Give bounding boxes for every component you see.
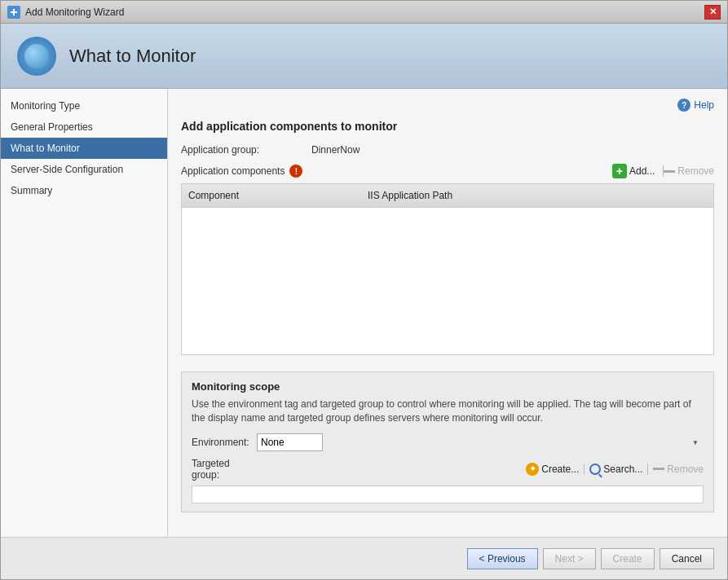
content-area: Monitoring Type General Properties What …	[1, 89, 727, 537]
env-row: Environment: None Development Staging Pr…	[192, 433, 704, 451]
cancel-button[interactable]: Cancel	[660, 548, 714, 569]
sidebar-item-general-properties[interactable]: General Properties	[1, 116, 167, 138]
app-group-row: Application group: DinnerNow	[181, 144, 714, 156]
sidebar: Monitoring Type General Properties What …	[1, 89, 168, 537]
error-icon: !	[289, 165, 302, 178]
sidebar-item-monitoring-type[interactable]: Monitoring Type	[1, 95, 167, 116]
remove-bar-icon	[664, 170, 675, 173]
title-bar-icon	[7, 6, 20, 19]
remove-components-button: Remove	[664, 165, 714, 177]
remove-targeted-button: Remove	[653, 464, 704, 475]
title-bar: Add Monitoring Wizard ✕	[1, 1, 727, 24]
add-plus-icon: +	[612, 164, 627, 178]
close-button[interactable]: ✕	[704, 5, 721, 20]
remove-bar-icon2	[653, 468, 664, 470]
header-banner: What to Monitor	[1, 24, 727, 89]
env-select-wrap: None Development Staging Production	[257, 433, 704, 451]
add-button[interactable]: + Add...	[612, 164, 655, 178]
sidebar-item-what-to-monitor[interactable]: What to Monitor	[1, 138, 167, 159]
app-components-label: Application components !	[181, 165, 612, 178]
app-group-value: DinnerNow	[311, 144, 360, 156]
targeted-value-bar	[192, 486, 704, 503]
create-icon: ✦	[526, 463, 539, 476]
help-link[interactable]: ? Help	[181, 99, 714, 112]
help-label: Help	[694, 99, 714, 111]
table-header: Component IIS Application Path	[182, 184, 713, 208]
search-icon	[589, 464, 601, 475]
separator3	[647, 464, 648, 475]
app-components-row: Application components ! + Add... Remove	[181, 164, 714, 178]
scope-description: Use the environment tag and targeted gro…	[192, 398, 704, 425]
section-title: Add application components to monitor	[181, 120, 714, 133]
svg-rect-2	[13, 9, 15, 15]
title-bar-text: Add Monitoring Wizard	[25, 7, 704, 18]
env-label: Environment:	[192, 437, 257, 448]
wizard-window: Add Monitoring Wizard ✕ What to Monitor …	[0, 0, 728, 580]
separator2	[584, 464, 585, 475]
table-body	[182, 208, 713, 354]
components-table: Component IIS Application Path	[181, 183, 714, 355]
sidebar-item-server-side-config[interactable]: Server-Side Configuration	[1, 159, 167, 180]
header-icon	[17, 37, 56, 76]
sidebar-item-summary[interactable]: Summary	[1, 180, 167, 201]
previous-button[interactable]: < Previous	[467, 548, 538, 569]
col-component-header: Component	[182, 187, 361, 204]
env-select[interactable]: None Development Staging Production	[257, 433, 323, 451]
main-content: ? Help Add application components to mon…	[168, 89, 727, 537]
search-button[interactable]: Search...	[589, 464, 642, 475]
col-iis-header: IIS Application Path	[361, 187, 713, 204]
app-group-label: Application group:	[181, 144, 311, 156]
create-button[interactable]: ✦ Create...	[526, 463, 579, 476]
next-button[interactable]: Next >	[543, 548, 596, 569]
monitoring-scope: Monitoring scope Use the environment tag…	[181, 371, 714, 512]
header-title: What to Monitor	[69, 46, 196, 67]
create-wizard-button[interactable]: Create	[601, 548, 655, 569]
scope-title: Monitoring scope	[192, 380, 704, 393]
targeted-label: Targeted group:	[192, 458, 257, 481]
targeted-actions: ✦ Create... Search... Remove	[257, 463, 704, 476]
header-icon-inner	[24, 44, 49, 68]
help-icon: ?	[677, 99, 690, 112]
targeted-group-row: Targeted group: ✦ Create... Search...	[192, 458, 704, 481]
footer: < Previous Next > Create Cancel	[1, 537, 727, 579]
